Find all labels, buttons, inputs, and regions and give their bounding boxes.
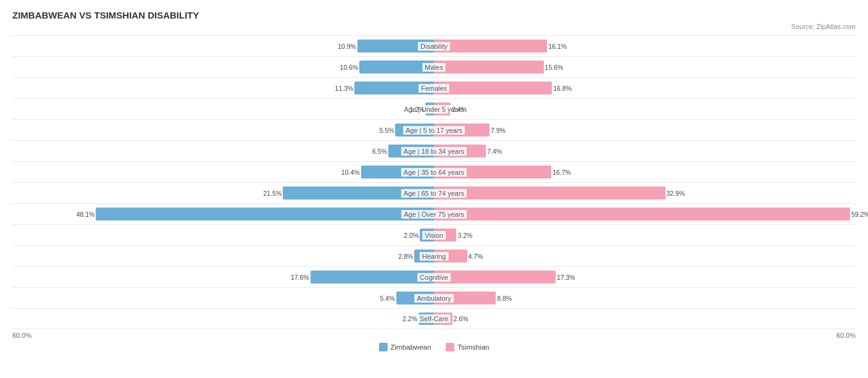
bar-row: Age | Under 5 years 1.2% 2.4% [12, 98, 856, 119]
bar-row: Age | Over 75 years 48.1% 59.2% [12, 203, 856, 224]
left-value: 48.1% [77, 211, 95, 218]
right-value: 59.2% [851, 211, 868, 218]
right-bar [434, 61, 544, 74]
bar-row: Disability 10.9% 16.1% [12, 35, 856, 56]
bar-label: Hearing [420, 252, 449, 261]
bar-container: Males 10.6% 15.6% [12, 57, 856, 77]
bar-label: Cognitive [417, 273, 451, 282]
bar-container: Self-Care 2.2% 2.6% [12, 309, 856, 329]
right-bar [434, 40, 547, 52]
left-value: 10.6% [340, 64, 359, 71]
bar-row: Age | 35 to 64 years 10.4% 16.7% [12, 161, 856, 182]
bar-container: Vision 2.0% 3.2% [12, 225, 856, 245]
chart-area: Disability 10.9% 16.1% Males 10.6% 15.6%… [12, 35, 856, 329]
legend-tsimshian: Tsimshian [446, 343, 489, 351]
legend-label-zimbabwean: Zimbabwean [391, 343, 432, 351]
bar-label: Age | 65 to 74 years [401, 189, 467, 198]
page-title: ZIMBABWEAN VS TSIMSHIAN DISABILITY [12, 10, 856, 20]
axis-left: 60.0% [12, 332, 31, 339]
left-value: 10.9% [338, 43, 356, 50]
bar-container: Age | 5 to 17 years 5.5% 7.9% [12, 120, 856, 140]
legend-box-tsimshian [446, 343, 454, 351]
bar-row: Hearing 2.8% 4.7% [12, 245, 856, 266]
bar-label: Age | Over 75 years [401, 210, 467, 219]
right-bar [434, 208, 850, 220]
right-value: 17.3% [557, 274, 575, 281]
right-value: 7.4% [487, 148, 502, 155]
bar-row: Self-Care 2.2% 2.6% [12, 308, 856, 329]
bar-container: Females 11.3% 16.8% [12, 78, 856, 98]
left-bar [96, 208, 434, 220]
left-value: 2.8% [398, 253, 413, 260]
bar-row: Age | 18 to 34 years 6.5% 7.4% [12, 140, 856, 161]
right-value: 4.7% [469, 253, 483, 260]
left-value: 6.5% [372, 148, 387, 155]
left-value: 5.4% [380, 295, 395, 302]
bar-container: Hearing 2.8% 4.7% [12, 246, 856, 266]
left-value: 2.0% [404, 232, 419, 239]
bar-row: Age | 65 to 74 years 21.5% 32.9% [12, 182, 856, 203]
left-value: 11.3% [335, 85, 354, 92]
left-value: 5.5% [379, 127, 394, 134]
bar-label: Males [422, 63, 445, 72]
bar-label: Vision [422, 231, 446, 240]
bar-label: Disability [418, 42, 450, 51]
right-value: 3.2% [457, 232, 472, 239]
left-value: 17.6% [291, 274, 309, 281]
right-value: 2.6% [454, 315, 469, 322]
bar-row: Females 11.3% 16.8% [12, 77, 856, 98]
right-value: 8.8% [497, 295, 512, 302]
bar-container: Age | 65 to 74 years 21.5% 32.9% [12, 183, 856, 203]
right-bar [434, 271, 556, 284]
bar-container: Cognitive 17.6% 17.3% [12, 267, 856, 287]
bar-label: Ambulatory [414, 294, 454, 303]
bar-row: Age | 5 to 17 years 5.5% 7.9% [12, 119, 856, 140]
right-value: 15.6% [545, 64, 564, 71]
bar-label: Age | 5 to 17 years [403, 126, 465, 135]
right-value: 2.4% [452, 106, 467, 113]
bar-container: Ambulatory 5.4% 8.8% [12, 288, 856, 308]
axis-row: 60.0% 60.0% [12, 332, 856, 339]
bar-container: Age | Under 5 years 1.2% 2.4% [12, 99, 856, 119]
bar-row: Ambulatory 5.4% 8.8% [12, 287, 856, 308]
legend-zimbabwean: Zimbabwean [379, 343, 432, 351]
legend: Zimbabwean Tsimshian [12, 343, 856, 351]
left-value: 10.4% [341, 169, 360, 176]
legend-label-tsimshian: Tsimshian [457, 343, 489, 351]
axis-right: 60.0% [837, 332, 856, 339]
bar-label: Age | 18 to 34 years [401, 147, 467, 156]
right-bar [434, 187, 666, 200]
right-value: 32.9% [667, 190, 685, 197]
left-value: 21.5% [263, 190, 282, 197]
bar-container: Age | 35 to 64 years 10.4% 16.7% [12, 162, 856, 182]
right-value: 16.1% [548, 43, 567, 50]
left-value: 2.2% [403, 315, 417, 322]
bar-row: Males 10.6% 15.6% [12, 56, 856, 77]
right-bar [434, 82, 552, 94]
left-bar [311, 271, 434, 284]
right-value: 16.8% [553, 85, 572, 92]
right-value: 7.9% [491, 127, 506, 134]
bar-label: Females [419, 84, 449, 93]
right-value: 16.7% [553, 169, 571, 176]
bar-row: Cognitive 17.6% 17.3% [12, 266, 856, 287]
bar-container: Age | Over 75 years 48.1% 59.2% [12, 204, 856, 224]
source-label: Source: ZipAtlas.com [12, 23, 856, 30]
bar-label: Age | 35 to 64 years [401, 168, 467, 177]
bar-container: Disability 10.9% 16.1% [12, 36, 856, 56]
legend-box-zimbabwean [379, 343, 388, 351]
bar-row: Vision 2.0% 3.2% [12, 224, 856, 245]
bar-container: Age | 18 to 34 years 6.5% 7.4% [12, 141, 856, 161]
left-value: 1.2% [409, 106, 424, 113]
bar-label: Self-Care [417, 314, 451, 323]
